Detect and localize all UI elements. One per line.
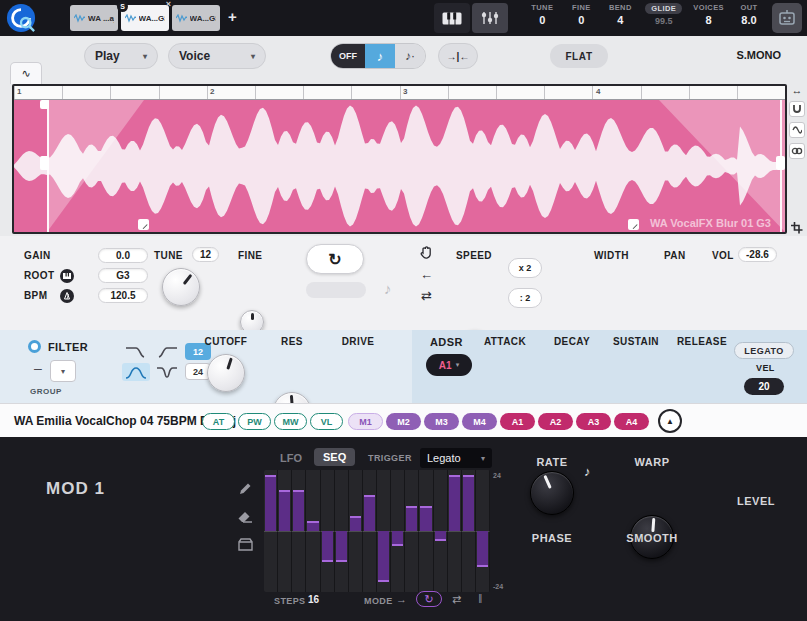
seq-step[interactable] — [264, 470, 278, 592]
modsource-badge-mw[interactable]: MW — [274, 413, 307, 430]
assign-badge-a4[interactable]: A4 — [614, 413, 649, 430]
timeline-ruler[interactable]: 1 2 3 4 — [14, 86, 785, 100]
trigger-dropdown[interactable]: Legato ▾ — [420, 448, 492, 468]
sync-off-button[interactable]: OFF — [331, 44, 365, 68]
seq-step[interactable] — [292, 470, 306, 592]
filter-enable-toggle[interactable] — [28, 340, 41, 353]
legato-button[interactable]: LEGATO — [734, 342, 794, 359]
root-value[interactable]: G3 — [98, 268, 148, 283]
mode-forward-button[interactable]: → — [396, 593, 407, 605]
flat-button[interactable]: FLAT — [550, 44, 608, 68]
seq-step[interactable] — [405, 470, 419, 592]
seq-step[interactable] — [377, 470, 391, 592]
preset-tab-1[interactable]: WA ...aj — [70, 5, 118, 31]
sync-dotted-note-button[interactable]: ♪· — [395, 44, 425, 68]
rate-sync-note-icon[interactable]: ♪ — [584, 464, 591, 479]
rate-knob[interactable] — [530, 471, 574, 515]
seq-step[interactable] — [462, 470, 476, 592]
seq-step[interactable] — [391, 470, 405, 592]
modsource-badge-vl[interactable]: VL — [310, 413, 343, 430]
fade-marker[interactable] — [628, 219, 639, 230]
preset-tab-3[interactable]: WA...G3 — [172, 5, 220, 31]
seq-grid[interactable] — [264, 470, 490, 592]
link-icon[interactable] — [789, 143, 805, 159]
metronome-icon[interactable] — [60, 289, 74, 303]
arrows-h-icon[interactable]: ↔ — [792, 84, 803, 96]
vel-value[interactable]: 20 — [744, 378, 784, 395]
seq-step[interactable] — [278, 470, 292, 592]
app-logo[interactable] — [6, 3, 36, 33]
cutoff-knob[interactable] — [207, 354, 245, 392]
close-tab-icon[interactable]: × — [166, 0, 171, 9]
macro-badge-m4[interactable]: M4 — [462, 413, 497, 430]
reverse-icon[interactable]: ← — [420, 268, 433, 281]
fade-marker[interactable] — [138, 219, 149, 230]
stat-value[interactable]: 99.5 — [645, 16, 682, 26]
adsr-slot-dropdown[interactable]: A1 ▾ — [426, 354, 472, 376]
mode-pingpong-button[interactable]: ⇄ — [452, 593, 461, 606]
seq-step[interactable] — [476, 470, 490, 592]
snap-grid-icon[interactable] — [789, 122, 805, 138]
seq-step[interactable] — [363, 470, 377, 592]
start-grip[interactable] — [40, 156, 49, 170]
pencil-icon[interactable] — [238, 481, 253, 496]
eraser-icon[interactable] — [238, 511, 253, 523]
seq-step[interactable] — [349, 470, 363, 592]
start-top-grip[interactable] — [40, 100, 49, 109]
vol-value[interactable]: -28.6 — [738, 247, 777, 262]
magnet-icon[interactable] — [789, 101, 805, 117]
macro-badge-m1[interactable]: M1 — [348, 413, 383, 430]
snap-to-zero-button[interactable]: →|← — [438, 43, 478, 69]
sample-tab[interactable]: ∿ — [10, 62, 42, 84]
filter-type-notch[interactable] — [153, 363, 181, 381]
tune-value[interactable]: 12 — [192, 247, 219, 262]
tab-lfo[interactable]: LFO — [280, 452, 302, 464]
loop-toggle[interactable]: ↻ — [306, 244, 364, 274]
hand-tool-icon[interactable] — [420, 246, 433, 260]
stat-value[interactable]: 0 — [567, 14, 595, 26]
seq-step[interactable] — [321, 470, 335, 592]
seq-step[interactable] — [419, 470, 433, 592]
piano-icon[interactable] — [60, 269, 74, 283]
play-mode-dropdown[interactable]: Play ▾ — [84, 43, 158, 69]
seq-step[interactable] — [448, 470, 462, 592]
filter-type-lowpass[interactable] — [122, 342, 150, 360]
pingpong-icon[interactable]: ⇄ — [421, 289, 432, 302]
assign-badge-a2[interactable]: A2 — [538, 413, 573, 430]
filter-type-bandpass[interactable] — [122, 363, 150, 381]
end-grip[interactable] — [776, 156, 785, 170]
seq-step[interactable] — [335, 470, 349, 592]
steps-value[interactable]: 16 — [308, 594, 319, 605]
mode-hold-button[interactable]: ∥ — [478, 593, 483, 603]
crop-icon[interactable] — [791, 222, 803, 234]
robot-icon[interactable] — [772, 3, 802, 33]
macro-badge-m2[interactable]: M2 — [386, 413, 421, 430]
presets-icon[interactable] — [238, 538, 253, 551]
group-dropdown[interactable]: ▾ — [50, 360, 76, 382]
tab-seq[interactable]: SEQ — [314, 448, 355, 466]
voice-mode-dropdown[interactable]: Voice ▾ — [168, 43, 266, 69]
filter-type-highpass[interactable] — [153, 342, 181, 360]
add-tab-button[interactable]: + — [228, 8, 237, 25]
preset-tab-2[interactable]: S × WA...G3 — [121, 5, 169, 31]
macro-badge-m3[interactable]: M3 — [424, 413, 459, 430]
assign-badge-a3[interactable]: A3 — [576, 413, 611, 430]
speed-double-button[interactable]: x 2 — [508, 258, 542, 278]
waveform-body[interactable]: WA VocalFX Blur 01 G3 — [14, 100, 785, 232]
mixer-view-button[interactable] — [472, 3, 508, 33]
collapse-button[interactable]: ▲ — [658, 409, 682, 433]
stat-value[interactable]: 0 — [528, 14, 556, 26]
sync-note-button[interactable]: ♪ — [365, 44, 395, 68]
modsource-badge-pw[interactable]: PW — [238, 413, 271, 430]
loop-note-icon[interactable]: ♪ — [384, 280, 392, 297]
assign-badge-a1[interactable]: A1 — [500, 413, 535, 430]
tune-knob[interactable] — [162, 268, 200, 306]
stat-value[interactable]: 4 — [606, 14, 634, 26]
seq-step[interactable] — [434, 470, 448, 592]
seq-step[interactable] — [306, 470, 320, 592]
loop-sync-slider[interactable] — [306, 282, 366, 298]
keyboard-view-button[interactable] — [434, 3, 470, 33]
bpm-value[interactable]: 120.5 — [98, 288, 148, 303]
waveform-display[interactable]: 1 2 3 4 WA VocalFX Blur 01 G3 — [12, 84, 787, 234]
speed-half-button[interactable]: : 2 — [508, 288, 542, 308]
